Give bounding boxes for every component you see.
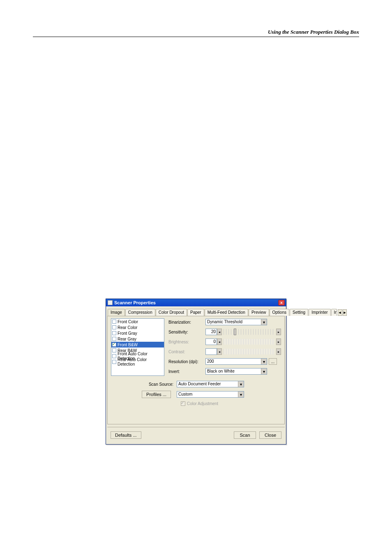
- sensitivity-slider[interactable]: [224, 329, 274, 335]
- invert-combo[interactable]: Black on White ▾: [205, 368, 267, 375]
- chevron-down-icon[interactable]: ▾: [238, 392, 244, 397]
- defaults-button[interactable]: Defaults ...: [111, 431, 141, 439]
- contrast-value: [205, 348, 217, 355]
- tab-paper[interactable]: Paper: [187, 309, 204, 316]
- scan-source-label: Scan Source:: [111, 382, 177, 387]
- tab-compression[interactable]: Compression: [125, 309, 155, 316]
- spin-right-icon: ▸: [276, 338, 281, 345]
- checkbox-icon[interactable]: [112, 337, 116, 341]
- checkbox-icon[interactable]: [112, 331, 116, 335]
- scan-button[interactable]: Scan: [234, 431, 256, 439]
- list-item-label: Rear Color: [118, 325, 137, 330]
- tab-multifeed[interactable]: Multi-Feed Detection: [205, 309, 248, 316]
- page-header: Using the Scanner Properties Dialog Box: [33, 26, 359, 37]
- resolution-label: Resolution (dpi):: [168, 359, 205, 364]
- slider-thumb[interactable]: [234, 329, 236, 335]
- list-item-label: Front Gray: [118, 331, 137, 336]
- list-item[interactable]: Rear Auto Color Detection: [111, 359, 164, 365]
- resolution-combo[interactable]: 200 ▾: [205, 358, 267, 365]
- spin-left-icon: ◂: [217, 338, 222, 345]
- contrast-slider: [224, 349, 274, 354]
- combo-value: 200: [206, 359, 261, 364]
- color-adjustment-checkbox: Color Adjustment: [181, 401, 281, 406]
- combo-value: Dynamic Threshold: [206, 319, 261, 325]
- chevron-left-icon: ◄: [338, 310, 342, 315]
- profiles-button[interactable]: Profiles ...: [142, 391, 171, 398]
- brightness-slider: [224, 339, 274, 345]
- chevron-down-icon[interactable]: ▾: [261, 359, 267, 364]
- color-adjustment-label: Color Adjustment: [187, 401, 218, 406]
- list-item[interactable]: Rear Gray: [111, 336, 164, 342]
- image-selection-list[interactable]: Front Color Rear Color Front Gray Rear G…: [111, 318, 164, 376]
- dialog-wrap: Scanner Properties × Image Compression C…: [33, 299, 359, 445]
- combo-value: Custom: [177, 392, 238, 397]
- chevron-right-icon: ►: [343, 310, 347, 315]
- sensitivity-label: Sensitivity:: [168, 330, 205, 334]
- tab-imprinter[interactable]: Imprinter: [309, 309, 330, 316]
- list-item-label: Rear Gray: [118, 337, 136, 341]
- app-icon: [108, 300, 113, 305]
- checkbox-icon[interactable]: [112, 360, 116, 364]
- chevron-down-icon[interactable]: ▾: [261, 368, 267, 374]
- invert-label: Invert:: [168, 369, 205, 374]
- brightness-label: Brightness:: [168, 340, 205, 344]
- close-icon[interactable]: ×: [278, 300, 285, 306]
- list-item[interactable]: Front B&W: [111, 342, 164, 348]
- scanner-properties-dialog: Scanner Properties × Image Compression C…: [106, 299, 286, 445]
- header-text: Using the Scanner Properties Dialog Box: [268, 29, 359, 35]
- profiles-combo[interactable]: Custom ▾: [177, 391, 244, 398]
- window-title: Scanner Properties: [114, 300, 278, 305]
- list-item-label: Front Color: [118, 320, 138, 324]
- contrast-label: Contrast:: [168, 350, 205, 354]
- tab-preview[interactable]: Preview: [249, 309, 269, 316]
- tab-image[interactable]: Image: [108, 309, 125, 316]
- checkbox-icon[interactable]: [112, 325, 116, 329]
- close-button[interactable]: Close: [259, 431, 281, 439]
- checkbox-icon[interactable]: [112, 348, 116, 352]
- list-item-label: Rear Auto Color Detection: [118, 357, 163, 366]
- tab-color-dropout[interactable]: Color Dropout: [156, 309, 187, 316]
- checkbox-icon[interactable]: [112, 320, 116, 324]
- tab-strip: Image Compression Color Dropout Paper Mu…: [106, 306, 286, 316]
- combo-value: Auto Document Feeder: [177, 381, 238, 387]
- sensitivity-value[interactable]: 20: [205, 329, 217, 335]
- resolution-more-button[interactable]: ...: [269, 358, 277, 365]
- list-item[interactable]: Front Gray: [111, 330, 164, 336]
- list-item-label: Front B&W: [118, 343, 138, 347]
- tab-scroll-left[interactable]: ◄: [338, 309, 342, 316]
- spin-left-icon: ◂: [217, 348, 222, 355]
- profiles-area: Profiles ...: [111, 391, 177, 398]
- spin-right-icon: ▸: [276, 348, 281, 355]
- dialog-body: Front Color Rear Color Front Gray Rear G…: [107, 316, 285, 424]
- checkbox-icon[interactable]: [112, 354, 116, 358]
- tab-scroll-right[interactable]: ►: [343, 309, 347, 316]
- tab-information[interactable]: Information: [331, 309, 337, 316]
- list-item[interactable]: Front Color: [111, 319, 164, 324]
- tab-options[interactable]: Options: [270, 309, 289, 316]
- binarization-combo[interactable]: Dynamic Threshold ▾: [205, 319, 267, 325]
- chevron-down-icon[interactable]: ▾: [238, 381, 244, 387]
- list-item[interactable]: Rear Color: [111, 324, 164, 330]
- spin-right-icon[interactable]: ▸: [276, 329, 281, 335]
- checkbox-icon: [181, 401, 185, 406]
- combo-value: Black on White: [206, 368, 261, 374]
- spin-left-icon[interactable]: ◂: [217, 329, 222, 335]
- dialog-footer: Defaults ... Scan Close: [107, 427, 285, 443]
- binarization-label: Binarization:: [168, 320, 205, 324]
- titlebar[interactable]: Scanner Properties ×: [106, 299, 286, 306]
- chevron-down-icon[interactable]: ▾: [261, 319, 267, 325]
- brightness-value: 0: [205, 338, 217, 345]
- scan-source-combo[interactable]: Auto Document Feeder ▾: [177, 381, 244, 387]
- tab-setting[interactable]: Setting: [290, 309, 308, 316]
- checkbox-icon[interactable]: [112, 343, 116, 347]
